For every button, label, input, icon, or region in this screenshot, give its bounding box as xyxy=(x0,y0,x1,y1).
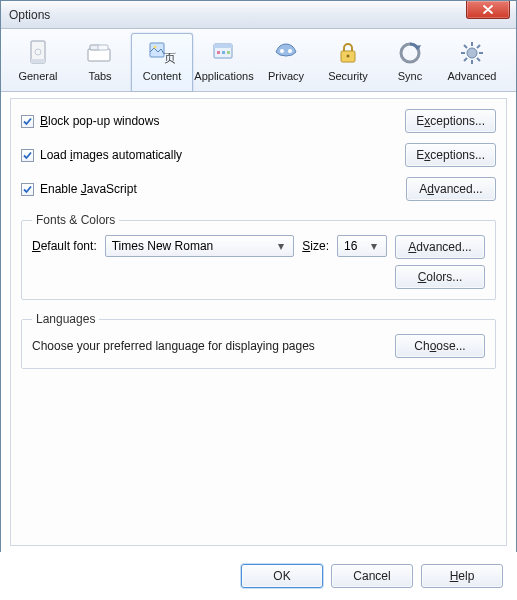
advanced-icon xyxy=(457,38,487,68)
font-size-select[interactable]: 16 ▾ xyxy=(337,235,387,257)
tab-label: Privacy xyxy=(268,70,304,82)
privacy-icon xyxy=(271,38,301,68)
applications-icon xyxy=(209,38,239,68)
default-font-label: Default font: xyxy=(32,239,97,253)
svg-line-28 xyxy=(464,58,467,61)
tab-security[interactable]: Security xyxy=(317,33,379,91)
svg-rect-10 xyxy=(214,44,232,48)
tab-label: Content xyxy=(143,70,182,82)
svg-rect-13 xyxy=(227,51,230,54)
svg-point-7 xyxy=(154,46,157,49)
chevron-down-icon: ▾ xyxy=(366,239,382,253)
block-popups-checkbox[interactable] xyxy=(21,115,34,128)
tab-sync[interactable]: Sync xyxy=(379,33,441,91)
svg-point-17 xyxy=(347,55,350,58)
content-icon: 页 xyxy=(147,38,177,68)
load-images-exceptions-button[interactable]: Exceptions... xyxy=(405,143,496,167)
window-title: Options xyxy=(9,8,50,22)
check-icon xyxy=(22,150,33,161)
security-icon xyxy=(333,38,363,68)
help-button[interactable]: Help xyxy=(421,564,503,588)
tab-tabs[interactable]: Tabs xyxy=(69,33,131,91)
svg-rect-12 xyxy=(222,51,225,54)
tabs-icon xyxy=(85,38,115,68)
languages-legend: Languages xyxy=(32,312,99,326)
languages-group: Languages Choose your preferred language… xyxy=(21,312,496,369)
tab-label: Advanced xyxy=(448,70,497,82)
svg-line-25 xyxy=(464,45,467,48)
enable-js-advanced-button[interactable]: Advanced... xyxy=(406,177,496,201)
row-block-popups: Block pop-up windows Exceptions... xyxy=(21,109,496,133)
choose-language-button[interactable]: Choose... xyxy=(395,334,485,358)
check-icon xyxy=(22,116,33,127)
block-popups-exceptions-button[interactable]: Exceptions... xyxy=(405,109,496,133)
tab-label: General xyxy=(18,70,57,82)
content-panel: Block pop-up windows Exceptions... Load … xyxy=(10,98,507,546)
check-icon xyxy=(22,184,33,195)
sync-icon xyxy=(395,38,425,68)
svg-line-27 xyxy=(477,45,480,48)
fonts-colors-group: Fonts & Colors Default font: Times New R… xyxy=(21,213,496,300)
row-enable-js: Enable JavaScript Advanced... xyxy=(21,177,496,201)
row-load-images: Load images automatically Exceptions... xyxy=(21,143,496,167)
svg-rect-5 xyxy=(98,45,108,50)
font-size-value: 16 xyxy=(344,239,357,253)
tab-label: Tabs xyxy=(88,70,111,82)
tab-label: Sync xyxy=(398,70,422,82)
fonts-advanced-button[interactable]: Advanced... xyxy=(395,235,485,259)
tab-label: Security xyxy=(328,70,368,82)
svg-rect-11 xyxy=(217,51,220,54)
svg-point-14 xyxy=(280,49,284,53)
font-size-label: Size: xyxy=(302,239,329,253)
general-icon xyxy=(23,38,53,68)
chevron-down-icon: ▾ xyxy=(273,239,289,253)
svg-point-20 xyxy=(467,48,477,58)
svg-rect-3 xyxy=(88,49,110,61)
close-icon xyxy=(483,5,493,14)
cancel-button[interactable]: Cancel xyxy=(331,564,413,588)
svg-point-15 xyxy=(288,49,292,53)
load-images-label: Load images automatically xyxy=(40,148,182,162)
close-button[interactable] xyxy=(466,1,510,19)
tab-applications[interactable]: Applications xyxy=(193,33,255,91)
svg-text:页: 页 xyxy=(164,51,176,65)
tab-label: Applications xyxy=(194,70,253,82)
load-images-checkbox[interactable] xyxy=(21,149,34,162)
block-popups-label: Block pop-up windows xyxy=(40,114,159,128)
dialog-footer: OK Cancel Help xyxy=(0,552,517,600)
svg-rect-1 xyxy=(31,59,45,63)
title-bar: Options xyxy=(1,1,516,29)
category-tabs: General Tabs 页 Content Applications Priv… xyxy=(1,29,516,92)
enable-js-label: Enable JavaScript xyxy=(40,182,137,196)
window-controls xyxy=(466,1,516,28)
svg-line-26 xyxy=(477,58,480,61)
default-font-select[interactable]: Times New Roman ▾ xyxy=(105,235,295,257)
tab-general[interactable]: General xyxy=(7,33,69,91)
default-font-value: Times New Roman xyxy=(112,239,214,253)
colors-button[interactable]: Colors... xyxy=(395,265,485,289)
ok-button[interactable]: OK xyxy=(241,564,323,588)
tab-privacy[interactable]: Privacy xyxy=(255,33,317,91)
enable-js-checkbox[interactable] xyxy=(21,183,34,196)
tab-advanced[interactable]: Advanced xyxy=(441,33,503,91)
languages-text: Choose your preferred language for displ… xyxy=(32,339,315,353)
tab-content[interactable]: 页 Content xyxy=(131,33,193,91)
fonts-colors-legend: Fonts & Colors xyxy=(32,213,119,227)
